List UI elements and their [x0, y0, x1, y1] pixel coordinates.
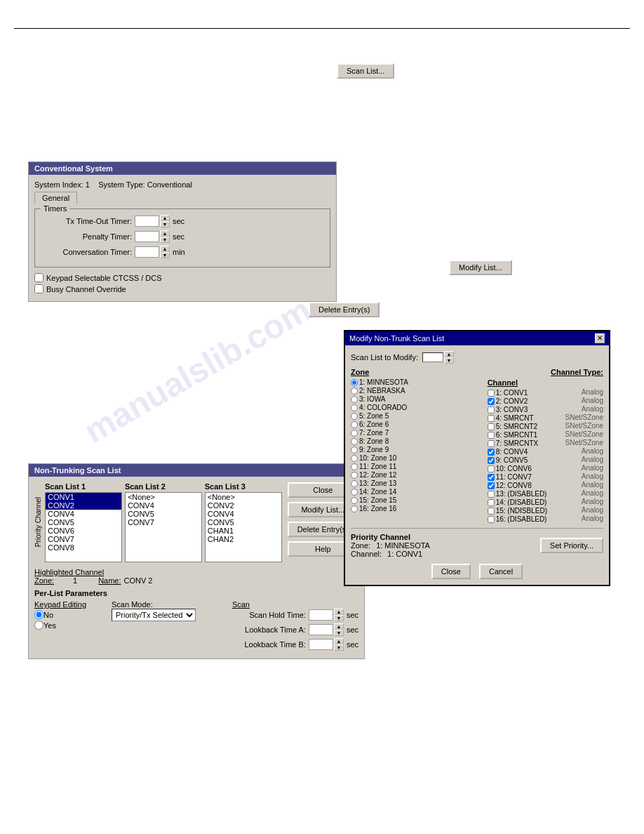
- lookback-b-down[interactable]: ▼: [334, 644, 344, 651]
- channel-item[interactable]: 8: CONV4: [488, 448, 547, 456]
- list-item[interactable]: CHAN1: [206, 527, 281, 535]
- channel-item[interactable]: 9: CONV5: [488, 456, 547, 464]
- list-item[interactable]: CONV8: [46, 543, 121, 552]
- channel-checkbox[interactable]: [488, 491, 495, 498]
- channel-checkbox[interactable]: [488, 482, 495, 489]
- tx-timeout-input[interactable]: 45: [135, 216, 159, 227]
- list-item[interactable]: CONV2: [206, 501, 281, 510]
- lookback-a-down[interactable]: ▼: [334, 630, 344, 636]
- channel-checkbox[interactable]: [488, 406, 495, 413]
- channel-item[interactable]: 11: CONV7: [488, 473, 547, 481]
- zone-item[interactable]: 11: Zone 11: [351, 463, 482, 470]
- list-item[interactable]: CONV4: [206, 510, 281, 518]
- zone-item[interactable]: 9: Zone 9: [351, 446, 482, 454]
- scan-list-modify-input[interactable]: 1: [422, 352, 443, 362]
- channel-checkbox[interactable]: [488, 415, 495, 422]
- scan-list-1-box[interactable]: CONV1 CONV2 CONV4 CONV5 CONV6 CONV7 CONV…: [45, 492, 122, 562]
- busy-override-checkbox[interactable]: [34, 284, 43, 293]
- zone-radio[interactable]: [351, 463, 358, 470]
- zone-radio[interactable]: [351, 396, 358, 403]
- zone-radio[interactable]: [351, 413, 358, 420]
- conv-timer-input[interactable]: 15: [135, 246, 159, 258]
- general-tab[interactable]: General: [34, 192, 77, 204]
- zone-item[interactable]: 2: NEBRASKA: [351, 387, 482, 395]
- list-item[interactable]: CONV6: [46, 527, 121, 535]
- channel-checkbox[interactable]: [488, 432, 495, 439]
- delete-entry-button[interactable]: Delete Entry(s): [309, 302, 380, 317]
- name-link-label[interactable]: Name:: [98, 576, 121, 585]
- zone-item[interactable]: 10: Zone 10: [351, 454, 482, 462]
- zone-item[interactable]: 13: Zone 13: [351, 479, 482, 487]
- zone-radio[interactable]: [351, 472, 358, 479]
- scan-hold-input[interactable]: 1.0: [309, 609, 333, 621]
- keypad-no-radio[interactable]: [34, 610, 43, 619]
- set-priority-button[interactable]: Set Priority...: [540, 538, 603, 553]
- lookback-b-up[interactable]: ▲: [334, 638, 344, 644]
- zone-item[interactable]: 1: MINNESOTA: [351, 378, 482, 386]
- channel-checkbox[interactable]: [488, 398, 495, 405]
- channel-item[interactable]: 15: (NDISBLED): [488, 507, 547, 515]
- dialog-close-icon[interactable]: ✕: [595, 333, 605, 343]
- dialog-close-button[interactable]: Close: [431, 564, 471, 579]
- zone-item[interactable]: 15: Zone 15: [351, 496, 482, 504]
- channel-item[interactable]: 4: SMRCNT: [488, 414, 547, 422]
- scan-list-up[interactable]: ▲: [444, 351, 454, 357]
- scan-list-3-box[interactable]: <None> CONV2 CONV4 CONV5 CHAN1 CHAN2: [205, 492, 282, 562]
- channel-item[interactable]: 16: (DISABLED): [488, 515, 547, 523]
- modify-list-button[interactable]: Modify List...: [449, 260, 512, 275]
- list-item[interactable]: CONV5: [126, 510, 201, 518]
- conv-timer-up[interactable]: ▲: [160, 246, 170, 252]
- scan-mode-select[interactable]: Priority/Tx Selected: [112, 609, 196, 621]
- zone-radio[interactable]: [351, 430, 358, 437]
- list-item[interactable]: CONV4: [126, 501, 201, 510]
- list-item[interactable]: CONV7: [126, 518, 201, 527]
- lookback-a-up[interactable]: ▲: [334, 623, 344, 630]
- channel-item[interactable]: 3: CONV3: [488, 406, 547, 413]
- list-item[interactable]: CONV4: [46, 510, 121, 518]
- list-item[interactable]: CONV5: [46, 518, 121, 527]
- zone-radio[interactable]: [351, 455, 358, 462]
- zone-item[interactable]: 16: Zone 16: [351, 505, 482, 512]
- channel-checkbox[interactable]: [488, 390, 495, 397]
- channel-item[interactable]: 7: SMRCNTX: [488, 439, 547, 447]
- channel-checkbox[interactable]: [488, 449, 495, 456]
- zone-radio[interactable]: [351, 404, 358, 411]
- channel-checkbox[interactable]: [488, 423, 495, 430]
- ctcss-checkbox[interactable]: [34, 273, 43, 282]
- list-item[interactable]: CONV7: [46, 535, 121, 543]
- list-item[interactable]: CONV5: [206, 518, 281, 527]
- zone-item[interactable]: 7: Zone 7: [351, 429, 482, 437]
- channel-checkbox[interactable]: [488, 499, 495, 506]
- zone-radio[interactable]: [351, 379, 358, 386]
- channel-item[interactable]: 2: CONV2: [488, 397, 547, 405]
- scan-list-2-box[interactable]: <None> CONV4 CONV5 CONV7: [125, 492, 202, 562]
- dialog-cancel-button[interactable]: Cancel: [479, 564, 523, 579]
- channel-checkbox[interactable]: [488, 465, 495, 472]
- scan-list-down[interactable]: ▼: [444, 357, 454, 364]
- zone-item[interactable]: 8: Zone 8: [351, 437, 482, 445]
- zone-item[interactable]: 4: COLORADO: [351, 404, 482, 411]
- penalty-up[interactable]: ▲: [160, 230, 170, 237]
- channel-checkbox[interactable]: [488, 440, 495, 447]
- channel-checkbox[interactable]: [488, 516, 495, 523]
- list-item[interactable]: CHAN2: [206, 535, 281, 543]
- channel-item[interactable]: 14: (DISABLED): [488, 498, 547, 506]
- keypad-yes-radio[interactable]: [34, 621, 43, 630]
- channel-item[interactable]: 12: CONV8: [488, 482, 547, 489]
- zone-radio[interactable]: [351, 505, 358, 512]
- zone-radio[interactable]: [351, 438, 358, 445]
- channel-checkbox[interactable]: [488, 508, 495, 515]
- penalty-down[interactable]: ▼: [160, 237, 170, 243]
- channel-item[interactable]: 13: (DISABLED): [488, 490, 547, 498]
- zone-radio[interactable]: [351, 489, 358, 496]
- scan-list-button[interactable]: Scan List...: [337, 63, 394, 79]
- channel-item[interactable]: 5: SMRCNT2: [488, 423, 547, 430]
- zone-radio[interactable]: [351, 446, 358, 454]
- zone-radio[interactable]: [351, 480, 358, 487]
- lookback-b-input[interactable]: 1.0: [309, 639, 333, 650]
- zone-item[interactable]: 3: IOWA: [351, 395, 482, 403]
- channel-checkbox[interactable]: [488, 474, 495, 481]
- tx-timeout-down[interactable]: ▼: [160, 221, 170, 227]
- list-item[interactable]: CONV1: [46, 493, 121, 501]
- tx-timeout-up[interactable]: ▲: [160, 215, 170, 221]
